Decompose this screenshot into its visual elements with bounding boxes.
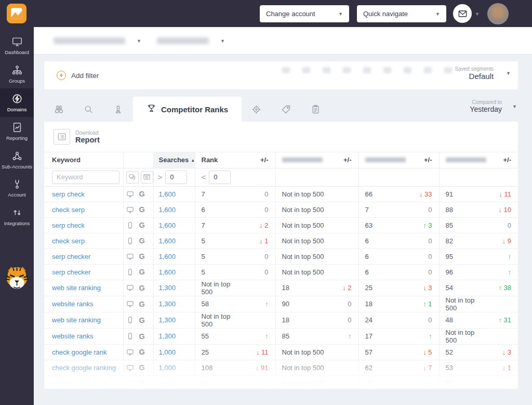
sidebar-item-reporting[interactable]: Reporting [0,117,34,146]
tab-binoculars[interactable] [44,97,74,122]
keyword-link[interactable]: serp checker [52,268,90,276]
sidebar-item-integrations[interactable]: Integrations [0,202,34,231]
sidebar-item-sub-accounts[interactable]: Sub-Accounts [0,146,34,174]
comp3-change-cell: ↓ 11 [486,186,518,202]
app-logo[interactable] [7,4,26,23]
plus-circle-icon: + [57,71,66,80]
header-competitor-2-blurred [358,152,410,168]
searches-link[interactable]: 1,300 [159,300,176,308]
comp1-change-cell [325,375,358,389]
compared-to-select[interactable]: Compared to Yesterday ▼ [470,99,517,113]
keyword-filter-input[interactable] [52,171,119,184]
searches-filter-input[interactable] [165,171,187,184]
keyword-link[interactable]: web site ranking [52,284,101,292]
keyword-link[interactable]: serp check [52,190,85,198]
change-value: ↑ [508,268,512,276]
saved-segments-select[interactable]: Saved segments Default ▼ [455,66,511,81]
searches-link[interactable]: 1,600 [159,268,176,276]
comp1-rank-cell: Not in top 500 [275,202,325,217]
comp1-rank-cell: 85 [275,328,325,344]
sidebar-item-groups[interactable]: Groups [0,60,34,88]
comp3-rank-cell: 52 [439,375,486,389]
rank-filter-input[interactable] [209,171,231,184]
tab-clipboard[interactable] [301,97,330,122]
header-searches[interactable]: Searches▲ [153,152,195,168]
quick-navigate-select[interactable]: Quick navigate ▼ [357,5,446,22]
tab-crosshair[interactable] [242,97,271,122]
download-report-button[interactable]: Download Report [44,122,518,152]
comp1-change-cell: ↓ 2 [325,280,358,296]
comp1-rank-cell: 18 [275,280,325,296]
searches-cell: 1,600 [153,264,195,280]
avatar[interactable] [487,3,509,24]
change-value: ↓ 11 [256,348,269,356]
searches-link[interactable]: 1,600 [159,237,176,245]
add-filter-button[interactable]: + Add filter [57,61,99,89]
change-value: ↑ 31 [498,316,511,324]
sidebar-item-account[interactable]: Account [0,174,34,202]
searches-link[interactable]: 1,000 [159,364,176,372]
searches-link[interactable]: 1,600 [159,221,176,229]
chevron-down-icon[interactable]: ▼ [475,11,480,17]
device-filter-button[interactable] [126,171,139,184]
monitor-icon [126,284,134,292]
tab-chess-pawn[interactable] [103,97,133,122]
keyword-link[interactable]: website ranks [52,300,93,308]
google-icon: G [139,237,145,245]
tab-tag[interactable] [271,97,301,122]
sidebar-item-dashboard[interactable]: Dashboard [0,31,34,60]
rank-cell: 5 [195,264,239,280]
tab-search[interactable] [74,97,103,122]
group-select-blurred[interactable]: ▼ [54,37,141,44]
keyword-link[interactable]: website ranks [52,332,93,340]
chevron-down-icon: ▼ [220,38,225,44]
tab-competitor-ranks[interactable]: Competitor Ranks [133,97,242,122]
keyword-link[interactable]: google rank check [52,380,107,387]
sidebar-item-label: Sub-Accounts [2,164,32,170]
domain-select-blurred[interactable]: ▼ [157,37,225,44]
searches-link[interactable]: 1,300 [159,316,176,324]
searches-link[interactable]: 1,000 [159,348,176,356]
tiger-logo[interactable] [3,264,31,293]
trophy-icon [147,103,156,113]
google-icon: G [139,300,145,308]
keyword-link[interactable]: check serp [52,237,85,245]
download-label: Download [75,130,100,136]
comp2-change-cell: 0 [410,249,439,264]
comp1-rank-cell: 18 [275,312,325,328]
change-value: ↓ 2 [259,221,268,229]
change-account-select[interactable]: Change account ▼ [260,5,349,22]
change-value: 0 [508,221,511,229]
keyword-link[interactable]: check google rank [52,348,107,356]
header-change: +/- [486,152,518,168]
crosshair-icon [251,104,262,115]
keyword-cell: web site ranking [44,280,123,296]
keyword-link[interactable]: check serp [52,206,85,214]
header-rank[interactable]: Rank [195,152,239,168]
searches-link[interactable]: 1,600 [159,190,176,198]
google-icon: G [139,221,145,229]
devices-icon [128,173,136,181]
context-subheader: ▼ ▼ [34,27,532,55]
device-engine-cell: G [123,375,153,389]
searches-link[interactable]: 1,300 [159,284,176,292]
sidebar-item-label: Account [8,192,25,198]
keyword-link[interactable]: check google ranking [52,364,116,372]
searches-cell: 1,000 [153,344,195,360]
google-icon: G [139,379,145,387]
searches-link[interactable]: 1,600 [159,253,176,260]
keyword-link[interactable]: serp checker [52,253,90,260]
searches-link[interactable]: 1,600 [159,206,176,214]
searches-link[interactable]: 1,300 [159,332,176,340]
blurred-text [157,37,209,44]
sidebar-item-domains[interactable]: Domains [0,88,34,117]
keyword-link[interactable]: web site ranking [52,316,101,324]
keyword-cell: serp check [44,186,123,202]
header-keyword[interactable]: Keyword [44,152,123,168]
keyword-link[interactable]: serp check [52,221,85,229]
search-engine-filter-button[interactable] [141,171,153,184]
messages-button[interactable] [453,4,472,23]
comp1-change-cell [325,217,358,233]
rank-change-cell: ↑ [239,328,275,344]
searches-link[interactable]: 1,000 [159,380,176,387]
